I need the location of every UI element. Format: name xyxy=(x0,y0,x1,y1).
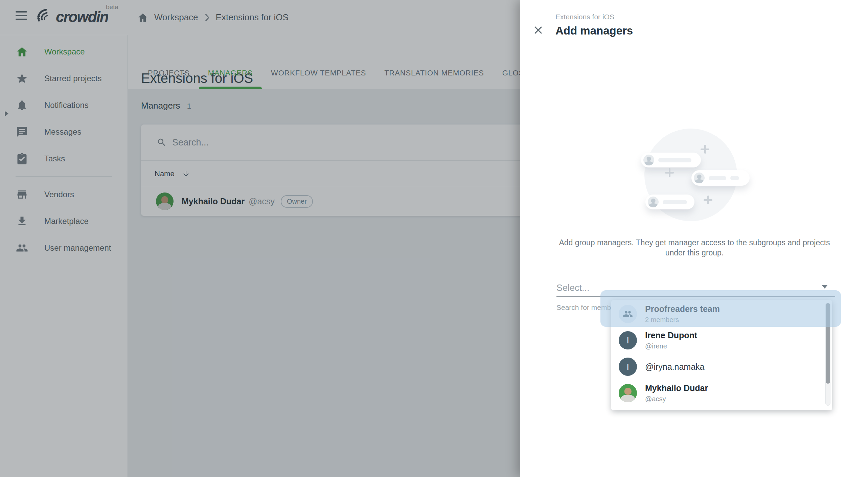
option-subtitle: 2 members xyxy=(645,316,720,324)
option-subtitle: @acsy xyxy=(645,395,708,403)
illustration-bar xyxy=(709,176,726,180)
option-title: Mykhailo Dudar xyxy=(645,383,708,393)
letter-avatar: I xyxy=(619,358,637,376)
person-icon xyxy=(648,197,659,207)
option-subtitle: @irene xyxy=(645,342,697,350)
illustration-user-pill xyxy=(645,195,694,209)
person-icon xyxy=(694,173,705,183)
app-window: crowdin beta Workspace Extensions for iO… xyxy=(0,0,868,477)
dropdown-option-proofreaders-team[interactable]: Proofreaders team 2 members xyxy=(611,301,832,327)
scrollbar-thumb[interactable] xyxy=(826,303,830,384)
drawer-description: Add group managers. They get manager acc… xyxy=(555,237,833,258)
option-title: @iryna.namaka xyxy=(645,362,704,372)
group-icon xyxy=(619,305,637,323)
members-select[interactable]: Select... xyxy=(556,277,835,297)
option-title: Irene Dupont xyxy=(645,331,697,340)
drawer-title: Add managers xyxy=(555,24,633,37)
caret-down-icon xyxy=(822,285,828,289)
drawer-context-label: Extensions for iOS xyxy=(555,13,614,21)
members-dropdown-menu: Proofreaders team 2 members I Irene Dupo… xyxy=(611,300,832,410)
illustration-bar xyxy=(658,158,691,162)
plus-icon xyxy=(704,196,712,204)
close-icon[interactable] xyxy=(532,24,545,37)
dropdown-option-iryna-namaka[interactable]: I @iryna.namaka xyxy=(611,354,832,380)
select-placeholder: Select... xyxy=(556,283,590,293)
option-title: Proofreaders team xyxy=(645,304,720,314)
add-managers-drawer: Extensions for iOS Add managers Add grou… xyxy=(520,0,868,477)
dropdown-scrollbar xyxy=(825,303,830,406)
illustration-circle xyxy=(644,129,737,221)
plus-icon xyxy=(701,145,709,154)
avatar xyxy=(619,384,637,402)
select-underline xyxy=(556,296,835,297)
plus-icon xyxy=(665,168,674,177)
illustration-user-pill xyxy=(641,153,701,167)
letter-avatar: I xyxy=(619,331,637,349)
illustration-bar xyxy=(730,176,739,180)
illustration-bar xyxy=(663,200,687,204)
illustration-user-pill xyxy=(691,170,750,186)
dropdown-option-irene-dupont[interactable]: I Irene Dupont @irene xyxy=(611,327,832,354)
dropdown-option-mykhailo-dudar[interactable]: Mykhailo Dudar @acsy xyxy=(611,380,832,406)
person-icon xyxy=(643,155,654,165)
